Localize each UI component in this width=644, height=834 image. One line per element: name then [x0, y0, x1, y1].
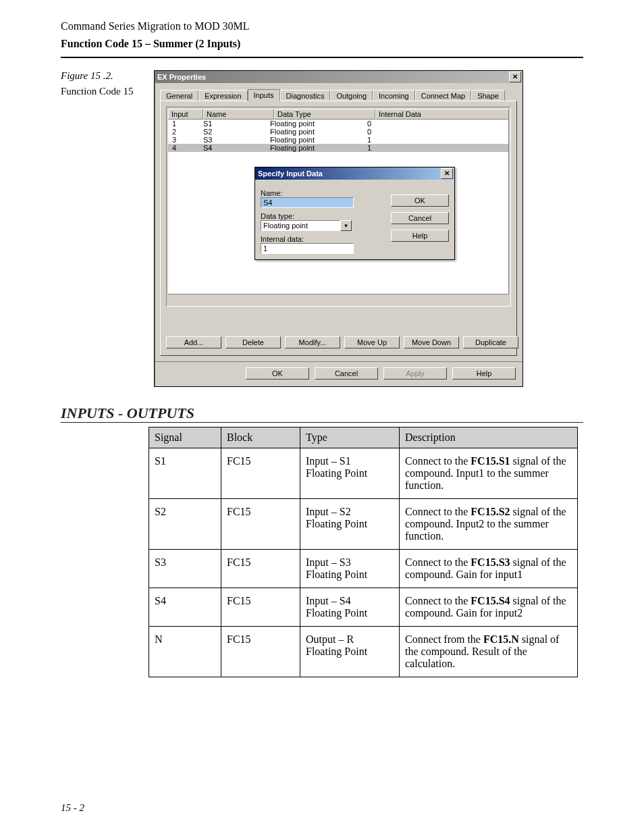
- cell-signal: S1: [149, 448, 221, 499]
- cell-signal: S4: [149, 588, 221, 627]
- apply-button[interactable]: Apply: [383, 367, 447, 380]
- io-table: Signal Block Type Description S1FC15Inpu…: [149, 427, 578, 677]
- cell-desc: Connect to the FC15.S2 signal of the com…: [400, 499, 578, 550]
- table-row[interactable]: 3S3Floating point1: [168, 136, 508, 144]
- col-input[interactable]: Input: [168, 109, 203, 120]
- move-up-button[interactable]: Move Up: [344, 336, 400, 348]
- move-down-button[interactable]: Move Down: [404, 336, 459, 348]
- cell-block: FC15: [221, 588, 300, 627]
- cell-signal: S2: [149, 499, 221, 550]
- inner-dialog-title: Specify Input Data: [258, 170, 441, 178]
- close-icon[interactable]: ✕: [441, 168, 453, 179]
- col-block: Block: [221, 427, 300, 448]
- section-title: Function Code 15 – Summer (2 Inputs): [61, 38, 583, 50]
- header-rule: [61, 57, 583, 58]
- tab-inputs[interactable]: Inputs: [248, 89, 280, 101]
- tab-diagnostics[interactable]: Diagnostics: [280, 90, 331, 101]
- tab-general[interactable]: General: [160, 90, 198, 101]
- tab-expression[interactable]: Expression: [198, 90, 247, 101]
- cell-signal: S3: [149, 550, 221, 588]
- tab-connect-map[interactable]: Connect Map: [415, 90, 471, 101]
- inputs-list[interactable]: Input Name Data Type Internal Data 1S1Fl…: [166, 107, 511, 307]
- add-button[interactable]: Add...: [166, 336, 221, 348]
- cancel-button[interactable]: Cancel: [315, 367, 378, 380]
- ok-button[interactable]: OK: [391, 194, 449, 207]
- col-name[interactable]: Name: [203, 109, 274, 120]
- doc-header: Command Series Migration to MOD 30ML: [61, 20, 583, 32]
- internal-data-field[interactable]: 1: [261, 243, 354, 254]
- cell-desc: Connect to the FC15.S4 signal of the com…: [400, 588, 578, 627]
- row-buttons: Add...DeleteModify...Move UpMove DownDup…: [166, 336, 518, 348]
- help-button[interactable]: Help: [391, 230, 449, 242]
- type-field-value: Floating point: [261, 220, 340, 231]
- table-row: S4FC15Input – S4 Floating PointConnect t…: [149, 588, 578, 627]
- titlebar[interactable]: EX Properties ✕: [155, 71, 522, 83]
- col-desc: Description: [400, 427, 578, 448]
- page-number: 15 - 2: [61, 802, 84, 814]
- cell-desc: Connect from the FC15.N signal of the co…: [400, 627, 578, 677]
- cell-signal: N: [149, 627, 221, 677]
- inputs-tab-panel: Input Name Data Type Internal Data 1S1Fl…: [160, 101, 517, 356]
- io-table-header: Signal Block Type Description: [149, 427, 578, 448]
- figure-label: Figure 15 .2.: [61, 70, 142, 82]
- cell-type: Input – S4 Floating Point: [300, 588, 400, 627]
- type-label: Data type:: [261, 212, 384, 220]
- table-row: S1FC15Input – S1 Floating PointConnect t…: [149, 448, 578, 499]
- cancel-button[interactable]: Cancel: [391, 212, 449, 224]
- inner-titlebar[interactable]: Specify Input Data ✕: [255, 167, 454, 180]
- delete-button[interactable]: Delete: [225, 336, 281, 348]
- cell-block: FC15: [221, 627, 300, 677]
- tab-outgoing[interactable]: Outgoing: [330, 90, 373, 101]
- help-button[interactable]: Help: [452, 367, 516, 380]
- modify-button[interactable]: Modify...: [285, 336, 340, 348]
- col-signal: Signal: [149, 427, 221, 448]
- data-type-combo[interactable]: Floating point ▼: [261, 220, 352, 231]
- io-rule: [61, 422, 583, 423]
- cell-type: Input – S2 Floating Point: [300, 499, 400, 550]
- cell-desc: Connect to the FC15.S1 signal of the com…: [400, 448, 578, 499]
- cell-type: Input – S3 Floating Point: [300, 550, 400, 588]
- dialog-title: EX Properties: [157, 73, 509, 81]
- tab-shape[interactable]: Shape: [471, 90, 505, 101]
- col-type[interactable]: Data Type: [274, 109, 375, 120]
- cell-desc: Connect to the FC15.S3 signal of the com…: [400, 550, 578, 588]
- close-icon[interactable]: ✕: [509, 72, 521, 82]
- col-type: Type: [300, 427, 400, 448]
- cell-block: FC15: [221, 448, 300, 499]
- list-header: Input Name Data Type Internal Data: [168, 109, 509, 120]
- table-row: NFC15Output – R Floating PointConnect fr…: [149, 627, 578, 677]
- name-field[interactable]: S4: [261, 197, 354, 208]
- figure-caption: Function Code 15: [61, 86, 142, 97]
- tabs: GeneralExpressionInputsDiagnosticsOutgoi…: [155, 83, 522, 101]
- name-label: Name:: [261, 189, 384, 197]
- table-row: S2FC15Input – S2 Floating PointConnect t…: [149, 499, 578, 550]
- dialog-buttons: OK Cancel Apply Help: [155, 361, 522, 386]
- cell-type: Input – S1 Floating Point: [300, 448, 400, 499]
- table-row: S3FC15Input – S3 Floating PointConnect t…: [149, 550, 578, 588]
- col-data[interactable]: Internal Data: [375, 109, 509, 120]
- tab-incoming[interactable]: Incoming: [373, 90, 415, 101]
- ex-properties-dialog: EX Properties ✕ GeneralExpressionInputsD…: [154, 70, 523, 387]
- cell-block: FC15: [221, 550, 300, 588]
- cell-type: Output – R Floating Point: [300, 627, 400, 677]
- cell-block: FC15: [221, 499, 300, 550]
- ok-button[interactable]: OK: [246, 367, 309, 380]
- duplicate-button[interactable]: Duplicate: [463, 336, 518, 348]
- inputs-outputs-heading: INPUTS - OUTPUTS: [61, 405, 583, 422]
- table-row[interactable]: 1S1Floating point0: [168, 120, 508, 128]
- internal-data-label: Internal data:: [261, 235, 384, 243]
- chevron-down-icon[interactable]: ▼: [340, 220, 352, 231]
- specify-input-data-dialog: Specify Input Data ✕ Name: S4 Data type:…: [254, 167, 455, 260]
- table-row[interactable]: 2S2Floating point0: [168, 128, 508, 136]
- table-row[interactable]: 4S4Floating point1: [168, 144, 508, 152]
